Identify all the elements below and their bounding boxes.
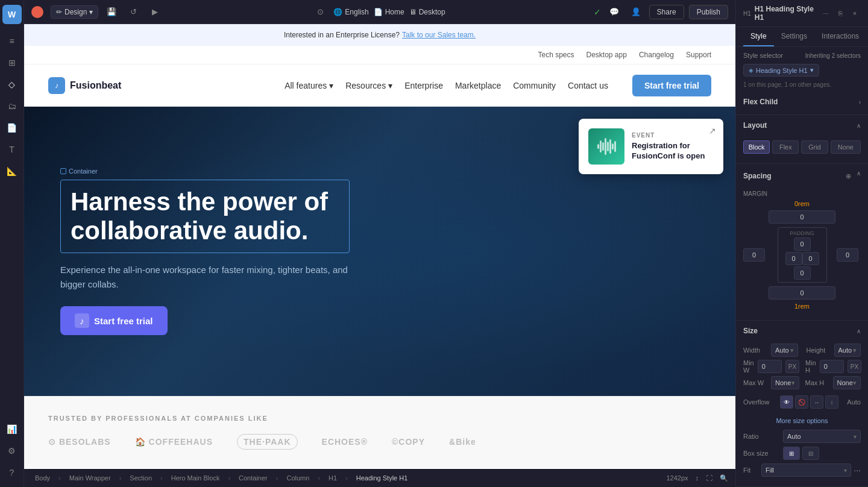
- sidebar-icon-components[interactable]: ⊞: [2, 53, 22, 72]
- app-logo[interactable]: W: [2, 5, 22, 24]
- overflow-scroll-y-icon[interactable]: ↕: [825, 395, 838, 409]
- publish-button[interactable]: Publish: [689, 5, 728, 19]
- max-w-input[interactable]: None▾: [771, 376, 799, 389]
- zoom-icon[interactable]: 🔍: [720, 474, 728, 482]
- nav-resources[interactable]: Resources ▾: [345, 81, 392, 90]
- layout-section: Layout ∧ Block Flex Grid None: [736, 115, 868, 164]
- spacing-header[interactable]: Spacing ⊕ ∧: [736, 164, 868, 186]
- nav-marketplace[interactable]: Marketplace: [455, 81, 501, 90]
- box-size-border-btn[interactable]: ⊟: [802, 447, 819, 460]
- breadcrumb-section[interactable]: Section: [126, 473, 156, 483]
- breadcrumb-heading-style[interactable]: Heading Style H1: [353, 473, 412, 483]
- margin-right-input[interactable]: [837, 248, 858, 262]
- sidebar-icon-analytics[interactable]: 📊: [2, 419, 22, 439]
- sidebar-icon-layers[interactable]: ≡: [2, 31, 22, 51]
- topbar-desktop-app[interactable]: Desktop app: [587, 51, 627, 59]
- layout-none-btn[interactable]: None: [831, 140, 861, 154]
- topbar-tech-specs[interactable]: Tech specs: [538, 51, 574, 59]
- nav-contact[interactable]: Contact us: [568, 81, 608, 90]
- topbar-changelog[interactable]: Changelog: [639, 51, 674, 59]
- overflow-hidden-icon[interactable]: 🚫: [795, 395, 808, 409]
- spacing-settings-icon[interactable]: ⊕: [842, 170, 854, 182]
- copy-style-icon[interactable]: ⎘: [834, 7, 846, 19]
- nav-all-features[interactable]: All features ▾: [285, 81, 333, 90]
- min-w-input[interactable]: [758, 360, 782, 373]
- user-icon-button[interactable]: 👤: [627, 4, 644, 20]
- page-label: Home: [385, 8, 404, 16]
- size-header[interactable]: Size ∧: [736, 321, 868, 339]
- panel-element-name: H1 Heading Style H1: [755, 5, 816, 22]
- sidebar-icon-typography[interactable]: T: [2, 140, 22, 159]
- canvas-area[interactable]: Tech specs Desktop app Changelog Support…: [24, 46, 735, 487]
- min-h-input[interactable]: [820, 360, 844, 373]
- site-nav: ♪ Fusionbeat All features ▾ Resources ▾ …: [24, 64, 735, 107]
- nav-enterprise[interactable]: Enterprise: [404, 81, 443, 90]
- layout-flex-btn[interactable]: Flex: [772, 140, 799, 154]
- tab-interactions[interactable]: Interactions: [814, 27, 866, 46]
- margin-left-input[interactable]: [743, 248, 765, 262]
- flex-child-header[interactable]: Flex Child ›: [736, 92, 868, 110]
- margin-bottom-input[interactable]: [769, 286, 835, 300]
- breadcrumb-h1[interactable]: H1: [325, 473, 341, 483]
- device-selector[interactable]: 🖥 Desktop: [409, 8, 445, 16]
- sidebar-icon-breakpoints[interactable]: 📐: [2, 162, 22, 181]
- more-size-link[interactable]: More size options: [736, 413, 868, 428]
- max-h-input[interactable]: None▾: [833, 376, 861, 389]
- min-h-unit[interactable]: PX: [848, 360, 861, 373]
- save-icon-button[interactable]: 💾: [103, 4, 120, 20]
- padding-top-input[interactable]: [794, 237, 811, 251]
- event-external-link-icon[interactable]: ↗: [709, 126, 716, 136]
- language-selector[interactable]: 🌐 English: [333, 8, 368, 16]
- min-h-label: Min H: [805, 359, 816, 374]
- padding-bottom-input[interactable]: [794, 266, 811, 280]
- width-input[interactable]: Auto▾: [771, 344, 798, 357]
- overflow-scroll-x-icon[interactable]: ↔: [810, 395, 823, 409]
- site-logo[interactable]: ♪ Fusionbeat: [48, 77, 121, 94]
- breadcrumb-hero-main-block[interactable]: Hero Main Block: [168, 473, 224, 483]
- tab-style[interactable]: Style: [743, 27, 774, 46]
- height-input[interactable]: Auto▾: [834, 344, 861, 357]
- min-w-unit[interactable]: PX: [785, 360, 799, 373]
- overflow-visible-icon[interactable]: 👁: [780, 395, 793, 409]
- history-icon-button[interactable]: ↺: [125, 4, 142, 20]
- device-icon: 🖥: [409, 8, 417, 16]
- tab-settings[interactable]: Settings: [774, 27, 814, 46]
- breadcrumb-main-wrapper[interactable]: Main Wrapper: [66, 473, 115, 483]
- ratio-select[interactable]: Auto ▾: [783, 430, 861, 443]
- sidebar-icon-settings[interactable]: ⚙: [2, 441, 22, 460]
- size-arrow: ∧: [857, 328, 861, 335]
- fit-select[interactable]: Fill ▾: [761, 463, 851, 477]
- padding-left-input[interactable]: [785, 252, 802, 265]
- toolbar-logo: [31, 6, 43, 18]
- nav-community[interactable]: Community: [513, 81, 556, 90]
- comment-icon-button[interactable]: 💬: [606, 4, 623, 20]
- hero-cta-button[interactable]: ♪ Start free trial: [60, 306, 168, 335]
- preview-icon-button[interactable]: ⊙: [312, 4, 329, 20]
- design-mode-button[interactable]: ✏ Design ▾: [51, 5, 98, 19]
- layout-header[interactable]: Layout ∧: [736, 115, 868, 133]
- layout-grid-btn[interactable]: Grid: [801, 140, 828, 154]
- fullscreen-icon[interactable]: ⛶: [706, 474, 712, 482]
- breadcrumb-container[interactable]: Container: [235, 473, 271, 483]
- more-options-icon[interactable]: ···: [820, 7, 832, 19]
- close-panel-icon[interactable]: ×: [849, 7, 861, 19]
- breadcrumb-column[interactable]: Column: [283, 473, 313, 483]
- sidebar-icon-assets[interactable]: 🗂: [2, 96, 22, 116]
- container-label: Container: [60, 168, 350, 175]
- box-size-content-btn[interactable]: ⊞: [783, 447, 800, 460]
- page-selector[interactable]: 📄 Home: [374, 8, 404, 16]
- banner-link[interactable]: Talk to our Sales team.: [402, 31, 476, 39]
- margin-top-input[interactable]: [769, 210, 835, 224]
- sidebar-icon-help[interactable]: ?: [2, 463, 22, 482]
- fit-more-icon[interactable]: ···: [854, 465, 861, 475]
- breadcrumb-body[interactable]: Body: [31, 473, 54, 483]
- layout-block-btn[interactable]: Block: [743, 140, 770, 154]
- play-icon-button[interactable]: ▶: [146, 4, 163, 20]
- padding-right-input[interactable]: [802, 252, 819, 265]
- share-button[interactable]: Share: [649, 5, 684, 19]
- sidebar-icon-style[interactable]: ◇: [2, 75, 22, 94]
- style-selector-pill[interactable]: ◈ Heading Style H1 ▾: [743, 64, 819, 77]
- sidebar-icon-pages[interactable]: 📄: [2, 118, 22, 137]
- nav-cta-button[interactable]: Start free trial: [632, 75, 711, 96]
- topbar-support[interactable]: Support: [686, 51, 711, 59]
